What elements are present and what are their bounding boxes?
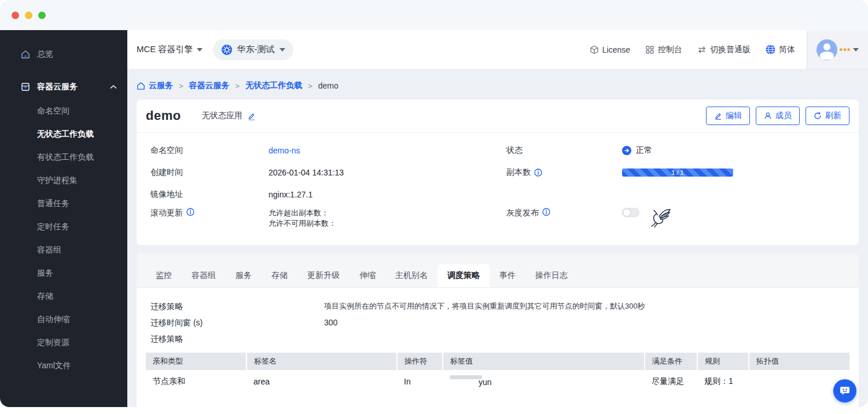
breadcrumb-container-cloud[interactable]: 容器云服务 [189,80,230,91]
sidebar-item-services[interactable]: 服务 [0,262,127,285]
sidebar-item-custom-resources[interactable]: 定制资源 [0,331,127,354]
switch-edition-label: 切换普通版 [710,45,751,55]
edit-pencil-icon[interactable] [247,112,256,120]
sidebar: 总览 容器云服务 命名空间 无状态工作负载 有状态工作负载 守护进程集 普通任务… [0,30,127,407]
sidebar-item-label: 守护进程集 [37,175,78,186]
tab-operation-logs[interactable]: 操作日志 [525,264,578,287]
sidebar-item-storage[interactable]: 存储 [0,285,127,308]
edit-button-label: 编辑 [726,111,742,121]
breadcrumb-separator: > [308,82,312,90]
cell-condition: 尽量满足 [645,370,697,393]
tab-scaling[interactable]: 伸缩 [350,264,385,287]
caret-down-icon [853,48,859,52]
sidebar-item-label: 无状态工作负载 [37,129,94,140]
window-controls [12,12,46,19]
home-icon [21,50,30,59]
container-service-icon [21,82,30,91]
tab-monitoring[interactable]: 监控 [146,264,182,287]
sidebar-group-container-cloud[interactable]: 容器云服务 [0,74,127,100]
language-switcher[interactable]: 简体 [766,45,795,55]
minimize-window-button[interactable] [25,12,32,19]
person-icon [764,112,772,120]
caret-down-icon [279,48,285,52]
info-icon[interactable] [542,208,550,216]
cell-operator: In [397,370,443,393]
info-icon[interactable] [186,208,194,216]
cell-label-key: area [247,370,397,393]
breadcrumb-stateless-workloads[interactable]: 无状态工作负载 [245,80,302,91]
tab-host-aliases[interactable]: 主机别名 [385,264,437,287]
close-window-button[interactable] [12,12,19,19]
refresh-button[interactable]: 刷新 [806,107,849,125]
image-value: nginx:1.27.1 [269,184,506,206]
workload-type-label: 无状态应用 [202,111,242,121]
info-icon[interactable] [534,168,542,177]
sidebar-item-label: 自动伸缩 [37,314,69,325]
sidebar-item-pods[interactable]: 容器组 [0,239,127,262]
sidebar-item-stateful-workloads[interactable]: 有状态工作负载 [0,146,127,169]
sidebar-item-label: 定时任务 [37,222,69,232]
col-topology-value: 拓扑值 [749,353,849,370]
cell-label-value: yun [443,370,645,393]
namespace-label: 命名空间 [150,140,269,162]
sidebar-item-yaml-files[interactable]: Yaml文件 [0,354,127,378]
top-navbar: MCE 容器引擎 华东-测试 License [127,30,868,69]
chevron-up-icon [110,85,117,89]
migration-policy-section-label: 迁移策略 [146,331,324,347]
sidebar-item-cronjobs[interactable]: 定时任务 [0,215,127,239]
replicas-count: 1 / 1 [671,169,683,176]
tab-pods[interactable]: 容器组 [182,264,226,287]
console-label: 控制台 [658,45,682,55]
tab-events[interactable]: 事件 [490,264,525,287]
console-link[interactable]: 控制台 [645,45,682,55]
zoom-window-button[interactable] [38,12,46,19]
tab-scheduling-policy[interactable]: 调度策略 [437,264,490,287]
breadcrumb-label: 容器云服务 [189,80,230,91]
sidebar-item-overview[interactable]: 总览 [0,42,127,67]
workload-name: demo [146,108,181,123]
sidebar-item-stateless-workloads[interactable]: 无状态工作负载 [0,123,127,146]
breadcrumb-cloud-services[interactable]: 云服务 [137,80,173,91]
tab-services[interactable]: 服务 [226,264,262,287]
tab-storage[interactable]: 存储 [262,264,297,287]
product-switcher[interactable]: MCE 容器引擎 [137,44,203,55]
switch-edition-link[interactable]: 切换普通版 [697,45,751,55]
created-value: 2026-01-04 14:31:13 [269,162,506,184]
hummingbird-logo-icon [648,208,671,228]
switch-arrows-icon [697,45,707,54]
support-chat-button[interactable] [833,379,856,402]
sidebar-item-autoscaling[interactable]: 自动伸缩 [0,308,127,331]
license-link[interactable]: License [590,45,630,54]
edit-button[interactable]: 编辑 [706,107,750,125]
ellipsis-icon: ••• [840,47,851,53]
affinity-table: 亲和类型 标签名 操作符 标签值 满足条件 规则 拓扑值 节点亲 [146,353,849,393]
sidebar-item-label: 定制资源 [37,338,69,348]
sidebar-item-jobs[interactable]: 普通任务 [0,192,127,215]
col-label-value: 标签值 [443,353,645,370]
max-surge-label: 允许超出副本数： [269,208,336,218]
user-menu[interactable]: ••• [807,30,868,69]
breadcrumb-current: demo [318,81,339,90]
globe-icon [766,45,775,54]
gray-release-toggle[interactable] [622,208,639,217]
pencil-icon [714,112,722,120]
migration-policy-description: 项目实例所在的节点不可用的情况下，将项目实例重新调度到其它可用节点的时间窗，默认… [324,298,645,314]
namespace-link[interactable]: demo-ns [269,146,300,155]
sidebar-item-label: 命名空间 [37,106,69,116]
caret-down-icon [197,48,203,52]
sidebar-item-namespaces[interactable]: 命名空间 [0,100,127,123]
cluster-selector[interactable]: 华东-测试 [213,39,293,60]
status-text: 正常 [636,145,652,156]
migration-window-value: 300 [324,314,337,331]
main-area: MCE 容器引擎 华东-测试 License [127,30,868,407]
status-label: 状态 [506,140,622,162]
tab-upgrade[interactable]: 更新升级 [297,264,350,287]
sidebar-item-daemonsets[interactable]: 守护进程集 [0,169,127,192]
migration-window-label: 迁移时间窗 (s) [146,314,324,331]
rolling-update-label: 滚动更新 [150,208,183,218]
col-label-key: 标签名 [247,353,397,370]
workload-type: 无状态应用 [202,111,256,121]
label-value-text: yun [479,378,492,387]
members-button[interactable]: 成员 [756,107,800,125]
breadcrumb-separator: > [236,82,240,90]
